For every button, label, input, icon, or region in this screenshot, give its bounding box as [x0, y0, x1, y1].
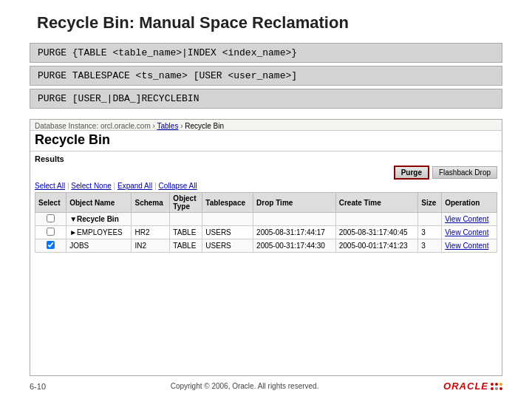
toolbar: Purge Flashback Drop — [35, 166, 497, 180]
row1-drop-time — [253, 213, 336, 226]
row1-operation: View Content — [442, 213, 497, 226]
results-label: Results — [35, 154, 497, 163]
col-create-time: Create Time — [335, 193, 418, 213]
row3-size: 3 — [418, 239, 442, 253]
row1-schema — [132, 213, 170, 226]
row3-view-content-link[interactable]: View Content — [445, 242, 488, 250]
row2-checkbox[interactable] — [47, 228, 55, 236]
oracle-logo: ORACLE — [443, 381, 502, 392]
expand-all-link[interactable]: Expand All — [117, 182, 152, 190]
row3-schema: IN2 — [132, 239, 170, 253]
col-tablespace: Tablespace — [202, 193, 253, 213]
select-links-bar: Select All | Select None | Expand All | … — [35, 182, 497, 190]
footer: 6-10 Copyright © 2006, Oracle. All right… — [30, 376, 502, 392]
row2-schema: HR2 — [132, 226, 170, 239]
results-table: Select Object Name Schema ObjectType Tab… — [35, 192, 497, 253]
row2-object-name: ►EMPLOYEES — [66, 226, 132, 239]
row3-drop-time: 2005-00-31:17:44:30 — [253, 239, 336, 253]
row3-checkbox-cell — [35, 239, 66, 253]
row3-checkbox[interactable] — [47, 241, 55, 249]
dot2 — [495, 383, 498, 386]
col-object-name: Object Name — [66, 193, 132, 213]
row2-create-time: 2005-08-31:17:40:45 — [335, 226, 418, 239]
select-none-link[interactable]: Select None — [71, 182, 111, 190]
table-row: JOBS IN2 TABLE USERS 2005-00-31:17:44:30… — [35, 239, 497, 253]
row1-object-name: ▼Recycle Bin — [66, 213, 132, 226]
table-header-row: Select Object Name Schema ObjectType Tab… — [35, 193, 497, 213]
col-schema: Schema — [132, 193, 170, 213]
code-block-3: PURGE [USER_|DBA_]RECYCLEBIN — [30, 89, 502, 109]
col-size: Size — [418, 193, 442, 213]
oracle-text: ORACLE — [443, 381, 488, 392]
row3-tablespace: USERS — [202, 239, 253, 253]
select-all-link[interactable]: Select All — [35, 182, 65, 190]
row2-view-content-link[interactable]: View Content — [445, 228, 488, 236]
row1-create-time — [335, 213, 418, 226]
results-section: Results Purge Flashback Drop Select All … — [30, 151, 502, 375]
breadcrumb: Database Instance: orcl.oracle.com › Tab… — [30, 120, 502, 131]
col-object-type: ObjectType — [170, 193, 202, 213]
col-operation: Operation — [442, 193, 497, 213]
row1-checkbox[interactable] — [47, 214, 55, 222]
row3-operation: View Content — [442, 239, 497, 253]
footer-page-number: 6-10 — [30, 382, 46, 391]
purge-button[interactable]: Purge — [394, 166, 429, 180]
row1-size — [418, 213, 442, 226]
row1-view-content-link[interactable]: View Content — [445, 215, 488, 223]
row2-tablespace: USERS — [202, 226, 253, 239]
row2-size: 3 — [418, 226, 442, 239]
recycle-bin-heading: Recycle Bin — [30, 131, 502, 151]
flashback-drop-button[interactable]: Flashback Drop — [432, 166, 497, 179]
code-block-1: PURGE {TABLE <table_name>|INDEX <index_n… — [30, 43, 502, 63]
footer-copyright: Copyright © 2006, Oracle. All rights res… — [171, 382, 319, 390]
row2-drop-time: 2005-08-31:17:44:17 — [253, 226, 336, 239]
dot1 — [491, 383, 494, 386]
row3-object-name: JOBS — [66, 239, 132, 253]
row2-checkbox-cell — [35, 226, 66, 239]
table-row: ▼Recycle Bin View Content — [35, 213, 497, 226]
dot5 — [495, 387, 498, 390]
row2-type: TABLE — [170, 226, 202, 239]
breadcrumb-tables[interactable]: Tables — [157, 122, 178, 130]
row3-create-time: 2005-00-01:17:41:23 — [335, 239, 418, 253]
row1-type — [170, 213, 202, 226]
dot3 — [499, 383, 502, 386]
table-row: ►EMPLOYEES HR2 TABLE USERS 2005-08-31:17… — [35, 226, 497, 239]
oracle-dots — [491, 383, 502, 390]
screenshot-area: Database Instance: orcl.oracle.com › Tab… — [30, 119, 502, 376]
col-select: Select — [35, 193, 66, 213]
dot6 — [499, 387, 502, 390]
col-drop-time: Drop Time — [253, 193, 336, 213]
breadcrumb-instance: Database Instance: orcl.oracle.com — [35, 122, 151, 130]
dot4 — [491, 387, 494, 390]
breadcrumb-current: Recycle Bin — [185, 122, 224, 130]
row1-tablespace — [202, 213, 253, 226]
code-block-2: PURGE TABLESPACE <ts_name> [USER <user_n… — [30, 66, 502, 86]
row2-operation: View Content — [442, 226, 497, 239]
page-title: Recycle Bin: Manual Space Reclamation — [37, 13, 502, 33]
row3-type: TABLE — [170, 239, 202, 253]
row1-checkbox-cell — [35, 213, 66, 226]
collapse-all-link[interactable]: Collapse All — [158, 182, 197, 190]
